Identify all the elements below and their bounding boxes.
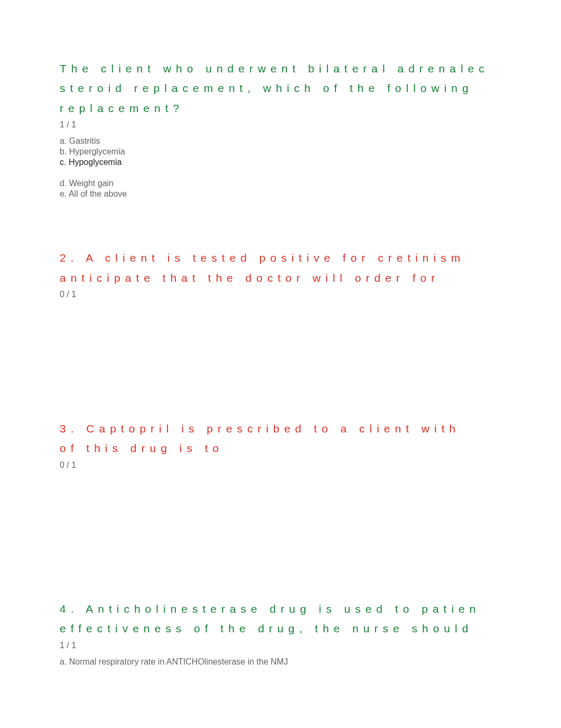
question-1-option-e: e. All of the above bbox=[60, 189, 561, 199]
question-2-line-2: anticipate that the doctor will order fo… bbox=[60, 270, 561, 285]
question-3-line-2: of this drug is to bbox=[60, 440, 561, 456]
question-1-option-d: d. Weight gain bbox=[60, 178, 561, 189]
question-1-score: 1 / 1 bbox=[60, 120, 561, 130]
question-4-option-a: a. Normal respiratory rate in ANTICHOlin… bbox=[60, 657, 561, 667]
question-1-option-b: b. Hyperglycemia bbox=[60, 146, 561, 157]
question-2-line-1: 2. A client is tested positive for creti… bbox=[60, 250, 561, 265]
question-4-line-1: 4. Anticholinesterase drug is used to pa… bbox=[60, 601, 561, 616]
question-1-option-a: a. Gastritis bbox=[60, 136, 561, 146]
question-4-line-2: effectiveness of the drug, the nurse sho… bbox=[60, 621, 561, 636]
question-1-line-2: steroid replacement, which of the follow… bbox=[60, 80, 561, 96]
question-1-option-c: c. Hypoglycemia bbox=[60, 157, 561, 168]
question-1-line-1: The client who underwent bilateral adren… bbox=[60, 61, 561, 76]
question-2: 2. A client is tested positive for creti… bbox=[60, 250, 561, 299]
question-1: The client who underwent bilateral adren… bbox=[60, 61, 561, 199]
question-3: 3. Captopril is prescribed to a client w… bbox=[60, 421, 561, 470]
question-2-score: 0 / 1 bbox=[60, 290, 561, 299]
question-1-line-3: replacement? bbox=[60, 100, 561, 116]
question-3-line-1: 3. Captopril is prescribed to a client w… bbox=[60, 421, 561, 436]
question-4-score: 1 / 1 bbox=[60, 641, 561, 650]
question-3-score: 0 / 1 bbox=[60, 460, 561, 470]
question-4: 4. Anticholinesterase drug is used to pa… bbox=[60, 601, 561, 667]
